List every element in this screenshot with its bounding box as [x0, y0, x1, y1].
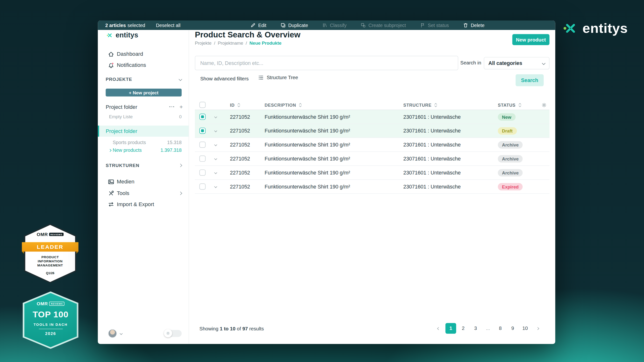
- row-checkbox[interactable]: [200, 183, 206, 190]
- column-header-id[interactable]: ID: [230, 102, 265, 107]
- cell-structure: 23071601 : Unterwäsche: [403, 184, 498, 189]
- page-button[interactable]: 3: [470, 323, 481, 334]
- table-row[interactable]: 2271052 Funktionsunterwäsche Shirt 190 g…: [195, 180, 550, 194]
- column-header-description[interactable]: DESCRIPTION: [265, 102, 403, 107]
- table-row[interactable]: 2271052 Funktionsunterwäsche Shirt 190 g…: [195, 110, 550, 124]
- category-select[interactable]: All categories: [484, 57, 550, 69]
- top100-year: 2026: [23, 331, 78, 336]
- table-row[interactable]: 2271052 Funktionsunterwäsche Shirt 190 g…: [195, 138, 550, 152]
- sidebar-footer: [108, 329, 182, 338]
- omr-reviews-logo: OMR REVIEWS: [24, 232, 76, 237]
- status-badge: New: [498, 113, 516, 121]
- row-checkbox[interactable]: [200, 156, 206, 162]
- cell-id: 2271052: [230, 184, 265, 189]
- strukturen-section-header[interactable]: STRUKTUREN: [106, 163, 182, 168]
- sidebar-item-tools[interactable]: Tools: [98, 188, 188, 199]
- column-header-structure[interactable]: STRUCTURE: [403, 102, 498, 107]
- top100-divider: [39, 329, 62, 329]
- entitys-mark-icon: [562, 20, 578, 36]
- row-expand-chevron-icon[interactable]: [214, 171, 217, 174]
- sidebar-item-medien[interactable]: Medien: [98, 176, 188, 187]
- table-row[interactable]: 2271052 Funktionsunterwäsche Shirt 190 g…: [195, 152, 550, 166]
- delete-button[interactable]: Delete: [463, 23, 484, 28]
- edit-button[interactable]: Edit: [250, 23, 266, 28]
- sort-icon[interactable]: [298, 102, 302, 107]
- row-checkbox[interactable]: [200, 169, 206, 176]
- breadcrumb-neue-produkte[interactable]: Neue Produkte: [250, 40, 282, 45]
- page-button[interactable]: 9: [507, 323, 518, 334]
- project-folder-selected[interactable]: Project folder: [98, 125, 188, 137]
- sidebar-item-dashboard[interactable]: Dashboard: [98, 48, 188, 60]
- chevron-left-icon: [437, 327, 440, 330]
- row-expand-chevron-icon[interactable]: [214, 143, 217, 146]
- search-input[interactable]: [195, 56, 458, 70]
- breadcrumb-projektname[interactable]: Projektname: [218, 40, 244, 45]
- sort-icon[interactable]: [237, 102, 241, 107]
- theme-toggle[interactable]: [164, 330, 182, 337]
- search-button[interactable]: Search: [516, 74, 544, 86]
- row-expand-chevron-icon[interactable]: [214, 115, 217, 118]
- page-button[interactable]: 10: [520, 323, 530, 334]
- row-checkbox[interactable]: [200, 114, 206, 120]
- row-expand-chevron-icon[interactable]: [214, 185, 217, 188]
- user-avatar[interactable]: [108, 329, 117, 338]
- pencil-icon: [250, 23, 256, 28]
- entitys-wordmark: entitys: [582, 20, 628, 36]
- project-folder-row[interactable]: Project folder +: [106, 103, 183, 110]
- breadcrumb-projekte[interactable]: Projekte: [195, 40, 212, 45]
- prev-page-button[interactable]: [433, 323, 444, 334]
- copy-icon: [280, 23, 286, 28]
- row-expand-chevron-icon[interactable]: [214, 157, 217, 160]
- cell-id: 2271052: [230, 114, 265, 120]
- toggle-knob: [164, 329, 172, 337]
- sort-icon[interactable]: [518, 102, 522, 107]
- advanced-filters-link[interactable]: Show advanced filters: [200, 76, 249, 82]
- sort-icon[interactable]: [434, 102, 438, 107]
- new-project-button[interactable]: + New project: [106, 89, 182, 96]
- row-expand-chevron-icon[interactable]: [214, 129, 217, 132]
- item-count: 1.397.318: [160, 148, 182, 153]
- new-product-button[interactable]: New product: [512, 34, 550, 45]
- duplicate-button[interactable]: Duplicate: [280, 23, 308, 28]
- cell-id: 2271052: [230, 128, 265, 134]
- table-row[interactable]: 2271052 Funktionsunterwäsche Shirt 190 g…: [195, 166, 550, 180]
- gear-icon[interactable]: [541, 102, 547, 108]
- cell-description: Funktionsunterwäsche Shirt 190 g/m²: [265, 128, 403, 134]
- projekte-section-header[interactable]: PROJEKTE: [106, 77, 182, 82]
- more-options-icon[interactable]: [169, 106, 174, 107]
- sidebar-item-notifications[interactable]: Notifications: [98, 60, 188, 71]
- breadcrumb-separator: /: [214, 40, 215, 45]
- page-button[interactable]: 8: [495, 323, 506, 334]
- page-button[interactable]: 2: [458, 323, 468, 334]
- row-checkbox[interactable]: [200, 128, 206, 134]
- status-badge: Archive: [498, 169, 523, 176]
- chevron-down-icon[interactable]: [120, 332, 123, 335]
- structure-tree-button[interactable]: Structure Tree: [258, 75, 298, 81]
- classify-button[interactable]: Classify: [322, 23, 346, 28]
- plus-icon[interactable]: +: [180, 104, 183, 110]
- chevron-right-icon: [109, 149, 112, 152]
- cell-description: Funktionsunterwäsche Shirt 190 g/m²: [265, 184, 403, 189]
- cell-id: 2271052: [230, 170, 265, 175]
- chevron-right-icon: [179, 164, 182, 167]
- set-status-button[interactable]: Set status: [420, 23, 449, 28]
- omr-top100-badge: OMR REVIEWS TOP 100 TOOLS IN DACH 2026: [23, 291, 78, 349]
- subproject-icon: [360, 23, 366, 28]
- cell-structure: 23071601 : Unterwäsche: [403, 142, 498, 148]
- new-products-item[interactable]: New products 1.397.318: [113, 148, 182, 153]
- item-count: 0: [179, 114, 182, 119]
- sports-products-item[interactable]: Sports products 15.318: [113, 140, 182, 145]
- next-page-button[interactable]: [532, 323, 543, 334]
- sidebar-item-import-export[interactable]: Import & Export: [98, 199, 188, 210]
- pagination: 1 2 3 ... 8 9 10: [433, 323, 543, 334]
- omr-leader-badge: OMR REVIEWS LEADER PRODUCT INFORMATION M…: [24, 224, 76, 283]
- table-row[interactable]: 2271052 Funktionsunterwäsche Shirt 190 g…: [195, 124, 550, 138]
- select-all-checkbox[interactable]: [200, 102, 206, 108]
- page-button[interactable]: 1: [446, 323, 456, 334]
- cell-description: Funktionsunterwäsche Shirt 190 g/m²: [265, 156, 403, 161]
- empty-list-item[interactable]: Empty Liste 0: [109, 114, 182, 119]
- create-subproject-button[interactable]: Create subproject: [360, 23, 406, 28]
- cell-id: 2271052: [230, 142, 265, 148]
- row-checkbox[interactable]: [200, 142, 206, 148]
- deselect-all-button[interactable]: Deselect all: [156, 23, 180, 27]
